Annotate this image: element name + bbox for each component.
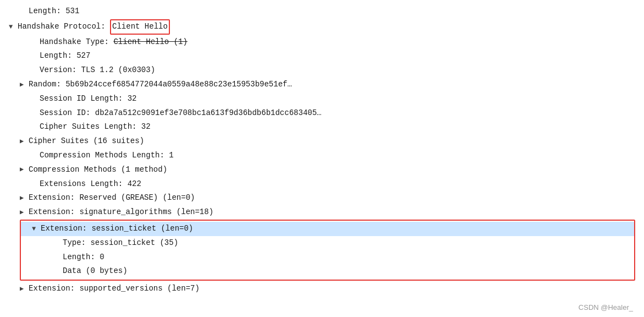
protocol-tree: Length: 531 Handshake Protocol: Client H… bbox=[0, 0, 644, 300]
length-0-line: Length: 0 bbox=[21, 250, 634, 265]
length-527-line: Length: 527 bbox=[9, 49, 635, 63]
toggle-cipher-suites[interactable] bbox=[20, 136, 29, 147]
compression-methods-length-line: Compression Methods Length: 1 bbox=[9, 149, 635, 163]
toggle-random[interactable] bbox=[20, 79, 29, 90]
extension-signature-text: Extension: signature_algorithms (len=18) bbox=[29, 206, 213, 219]
toggle-extension-supported-versions[interactable] bbox=[20, 283, 29, 294]
compression-methods-line: Compression Methods (1 method) bbox=[9, 163, 635, 177]
toggle-extension-session-ticket[interactable] bbox=[32, 223, 41, 234]
extension-session-ticket-line: Extension: session_ticket (len=0) bbox=[21, 222, 634, 236]
extension-signature-line: Extension: signature_algorithms (len=18) bbox=[9, 205, 635, 220]
random-line: Random: 5b69b24ccef6854772044a0559a48e88… bbox=[9, 78, 635, 92]
type-session-ticket-line: Type: session_ticket (35) bbox=[21, 236, 634, 250]
extensions-length-text: Extensions Length: 422 bbox=[40, 178, 141, 191]
length-531-line: Length: 531 bbox=[9, 4, 635, 19]
toggle-extension-signature[interactable] bbox=[20, 207, 29, 218]
session-id-length-line: Session ID Length: 32 bbox=[9, 92, 635, 106]
handshake-type-text: Handshake Type: Client Hello (1) bbox=[40, 36, 188, 49]
data-0-bytes-line: Data (0 bytes) bbox=[21, 264, 634, 278]
length-531-text: Length: 531 bbox=[29, 5, 79, 18]
session-id-text: Session ID: db2a7a512c9091ef3e708bc1a613… bbox=[40, 107, 321, 120]
length-0-text: Length: 0 bbox=[63, 251, 104, 264]
client-hello-highlighted: Client Hello bbox=[110, 19, 170, 35]
watermark: CSDN @Healer_ bbox=[579, 303, 633, 311]
toggle-extension-grease[interactable] bbox=[20, 193, 29, 204]
extension-supported-versions-text: Extension: supported_versions (len=7) bbox=[29, 282, 200, 296]
session-id-length-text: Session ID Length: 32 bbox=[40, 92, 136, 106]
cipher-suites-length-line: Cipher Suites Length: 32 bbox=[9, 120, 635, 134]
toggle-handshake-protocol[interactable] bbox=[9, 21, 18, 32]
handshake-protocol-line: Handshake Protocol: Client Hello bbox=[9, 19, 635, 35]
handshake-type-value: Client Hello (1) bbox=[113, 37, 187, 46]
toggle-compression-methods[interactable] bbox=[20, 164, 29, 175]
version-line: Version: TLS 1.2 (0x0303) bbox=[9, 63, 635, 78]
random-text: Random: 5b69b24ccef6854772044a0559a48e88… bbox=[29, 78, 292, 91]
version-text: Version: TLS 1.2 (0x0303) bbox=[40, 64, 155, 77]
cipher-suites-line: Cipher Suites (16 suites) bbox=[9, 134, 635, 149]
extension-session-ticket-text: Extension: session_ticket (len=0) bbox=[41, 222, 193, 236]
cipher-suites-length-text: Cipher Suites Length: 32 bbox=[40, 121, 151, 134]
handshake-type-line: Handshake Type: Client Hello (1) bbox=[9, 35, 635, 50]
session-ticket-box: Extension: session_ticket (len=0) Type: … bbox=[20, 220, 635, 281]
extension-supported-versions-line: Extension: supported_versions (len=7) bbox=[9, 282, 635, 296]
extension-grease-text: Extension: Reserved (GREASE) (len=0) bbox=[29, 192, 195, 205]
cipher-suites-text: Cipher Suites (16 suites) bbox=[29, 135, 144, 148]
extension-grease-line: Extension: Reserved (GREASE) (len=0) bbox=[9, 191, 635, 205]
data-0-bytes-text: Data (0 bytes) bbox=[63, 265, 128, 278]
length-527-text: Length: 527 bbox=[40, 50, 90, 63]
compression-methods-length-text: Compression Methods Length: 1 bbox=[40, 149, 174, 162]
type-session-ticket-text: Type: session_ticket (35) bbox=[63, 237, 178, 250]
extensions-length-line: Extensions Length: 422 bbox=[9, 177, 635, 192]
session-id-line: Session ID: db2a7a512c9091ef3e708bc1a613… bbox=[9, 106, 635, 121]
handshake-protocol-text: Handshake Protocol: bbox=[18, 20, 110, 34]
compression-methods-text: Compression Methods (1 method) bbox=[29, 163, 167, 177]
